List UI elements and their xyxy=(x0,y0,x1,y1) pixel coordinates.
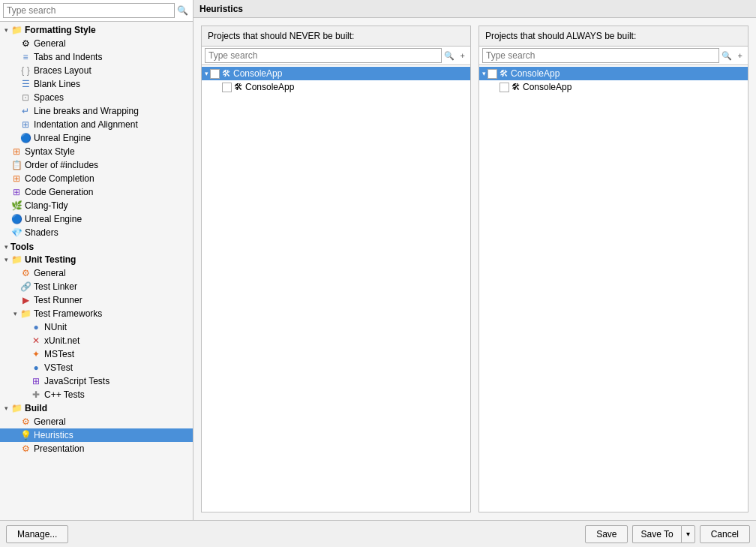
sidebar-item-xunit[interactable]: ✕ xUnit.net xyxy=(0,334,193,347)
nunit-icon: ● xyxy=(30,321,42,333)
save-button[interactable]: Save xyxy=(585,525,628,543)
sidebar-item-formatting-style[interactable]: 📁 Formatting Style xyxy=(0,23,193,37)
vstest-label: VSTest xyxy=(44,362,73,373)
sidebar-item-line-breaks[interactable]: ↵ Line breaks and Wrapping xyxy=(0,104,193,118)
never-build-child-label: ConsoleApp xyxy=(245,82,294,92)
save-to-arrow-button[interactable]: ▾ xyxy=(681,525,695,543)
save-to-group: Save To ▾ xyxy=(632,525,694,543)
js-tests-icon: ⊞ xyxy=(30,375,42,387)
sidebar-item-braces-layout[interactable]: { } Braces Layout xyxy=(0,64,193,77)
tools-arrow xyxy=(2,243,10,251)
always-build-child-checkbox[interactable] xyxy=(500,83,509,92)
sidebar-item-test-linker[interactable]: 🔗 Test Linker xyxy=(0,280,193,293)
sidebar-item-indentation[interactable]: ⊞ Indentation and Alignment xyxy=(0,118,193,131)
test-runner-label: Test Runner xyxy=(34,295,82,305)
mstest-icon: ✦ xyxy=(30,348,42,360)
formatting-style-arrow xyxy=(2,26,10,34)
never-build-search-input[interactable] xyxy=(205,48,442,63)
sidebar-item-clang-tidy[interactable]: 🌿 Clang-Tidy xyxy=(0,199,193,212)
always-build-tree: ▾ 🛠 ConsoleApp ▸ 🛠 ConsoleApp xyxy=(479,65,748,512)
sidebar-search-input[interactable] xyxy=(3,3,175,18)
mstest-label: MSTest xyxy=(44,349,74,359)
xunit-label: xUnit.net xyxy=(44,335,80,346)
sidebar-item-ut-general[interactable]: ⚙ General xyxy=(0,266,193,280)
build-icon: 📁 xyxy=(10,402,22,414)
sidebar-item-mstest[interactable]: ✦ MSTest xyxy=(0,347,193,361)
ut-general-label: General xyxy=(34,268,66,278)
never-build-add-btn[interactable]: + xyxy=(458,50,467,62)
sidebar-item-test-runner[interactable]: ▶ Test Runner xyxy=(0,293,193,307)
sidebar-item-syntax-style[interactable]: ⊞ Syntax Style xyxy=(0,145,193,158)
heuristics-label: Heuristics xyxy=(34,430,74,440)
never-build-child-item[interactable]: ▸ 🛠 ConsoleApp xyxy=(202,80,470,94)
sidebar-item-unreal-engine[interactable]: 🔵 Unreal Engine xyxy=(0,212,193,226)
blank-lines-icon: ☰ xyxy=(20,78,32,90)
never-build-child-checkbox[interactable] xyxy=(222,83,232,92)
sidebar-item-spaces[interactable]: ⊡ Spaces xyxy=(0,91,193,104)
sidebar-item-build-general[interactable]: ⚙ General xyxy=(0,415,193,428)
sidebar-item-unreal-formatting[interactable]: 🔵 Unreal Engine xyxy=(0,131,193,145)
bottom-left: Manage... xyxy=(6,525,68,543)
always-build-add-btn[interactable]: + xyxy=(736,50,745,62)
sidebar-item-presentation[interactable]: ⚙ Presentation xyxy=(0,442,193,455)
sidebar-item-general[interactable]: ⚙ General xyxy=(0,37,193,50)
syntax-style-icon: ⊞ xyxy=(10,146,22,158)
always-build-root-arrow: ▾ xyxy=(482,70,486,77)
always-build-root-proj-icon: 🛠 xyxy=(500,68,508,79)
test-frameworks-arrow xyxy=(10,310,20,317)
never-build-search-box: 🔍 + xyxy=(202,47,470,65)
always-build-search-btn[interactable]: 🔍 xyxy=(719,50,734,62)
never-build-child-proj-icon: 🛠 xyxy=(234,82,243,92)
always-build-child-item[interactable]: ▸ 🛠 ConsoleApp xyxy=(479,80,748,94)
clang-tidy-label: Clang-Tidy xyxy=(25,200,68,211)
unreal-formatting-label: Unreal Engine xyxy=(34,133,91,143)
test-frameworks-label: Test Frameworks xyxy=(34,308,102,319)
sidebar-item-unit-testing[interactable]: 📁 Unit Testing xyxy=(0,253,193,266)
sidebar-item-cpp-tests[interactable]: ✚ C++ Tests xyxy=(0,388,193,401)
sidebar-item-nunit[interactable]: ● NUnit xyxy=(0,320,193,334)
always-build-search-input[interactable] xyxy=(482,48,719,63)
never-build-tree: ▾ 🛠 ConsoleApp ▸ 🛠 ConsoleApp xyxy=(202,65,470,512)
code-completion-label: Code Completion xyxy=(25,173,94,184)
sidebar-item-js-tests[interactable]: ⊞ JavaScript Tests xyxy=(0,374,193,388)
build-general-label: General xyxy=(34,416,66,427)
unreal-formatting-icon: 🔵 xyxy=(20,132,32,144)
never-build-search-btn[interactable]: 🔍 xyxy=(442,50,457,62)
sidebar-item-test-frameworks[interactable]: 📁 Test Frameworks xyxy=(0,307,193,320)
sidebar-item-tabs-indents[interactable]: ≡ Tabs and Indents xyxy=(0,50,193,64)
braces-label: Braces Layout xyxy=(34,65,92,76)
always-build-root-item[interactable]: ▾ 🛠 ConsoleApp xyxy=(479,67,748,80)
sidebar-item-order-includes[interactable]: 📋 Order of #includes xyxy=(0,158,193,172)
code-completion-icon: ⊞ xyxy=(10,173,22,185)
sidebar-section-tools[interactable]: Tools xyxy=(0,241,193,253)
sidebar-item-shaders[interactable]: 💎 Shaders xyxy=(0,226,193,239)
never-build-panel: Projects that should NEVER be built: 🔍 +… xyxy=(201,26,471,512)
cpp-tests-icon: ✚ xyxy=(30,389,42,401)
build-general-icon: ⚙ xyxy=(20,416,32,428)
never-build-root-checkbox[interactable] xyxy=(210,69,220,79)
general-icon: ⚙ xyxy=(20,38,32,50)
spaces-label: Spaces xyxy=(34,92,64,103)
never-build-title: Projects that should NEVER be built: xyxy=(202,26,470,47)
sidebar-search-box: 🔍 xyxy=(0,0,193,22)
shaders-icon: 💎 xyxy=(10,227,22,239)
sidebar-item-code-generation[interactable]: ⊞ Code Generation xyxy=(0,185,193,199)
build-label: Build xyxy=(25,403,47,413)
sidebar-section-build[interactable]: 📁 Build xyxy=(0,401,193,415)
formatting-style-icon: 📁 xyxy=(10,24,22,36)
formatting-style-label: Formatting Style xyxy=(25,25,96,35)
sidebar-item-heuristics[interactable]: 💡 Heuristics xyxy=(0,428,193,442)
sidebar-item-vstest[interactable]: ● VSTest xyxy=(0,361,193,374)
always-build-child-label: ConsoleApp xyxy=(523,82,572,92)
always-build-root-checkbox[interactable] xyxy=(488,69,497,79)
sidebar-search-icon[interactable]: 🔍 xyxy=(175,3,190,18)
line-breaks-icon: ↵ xyxy=(20,105,32,117)
never-build-root-proj-icon: 🛠 xyxy=(222,68,231,79)
braces-icon: { } xyxy=(20,65,32,77)
manage-button[interactable]: Manage... xyxy=(6,525,68,543)
save-to-button[interactable]: Save To xyxy=(632,525,680,543)
sidebar-item-code-completion[interactable]: ⊞ Code Completion xyxy=(0,172,193,185)
cancel-button[interactable]: Cancel xyxy=(700,525,750,543)
sidebar-item-blank-lines[interactable]: ☰ Blank Lines xyxy=(0,77,193,91)
never-build-root-item[interactable]: ▾ 🛠 ConsoleApp xyxy=(202,67,470,80)
